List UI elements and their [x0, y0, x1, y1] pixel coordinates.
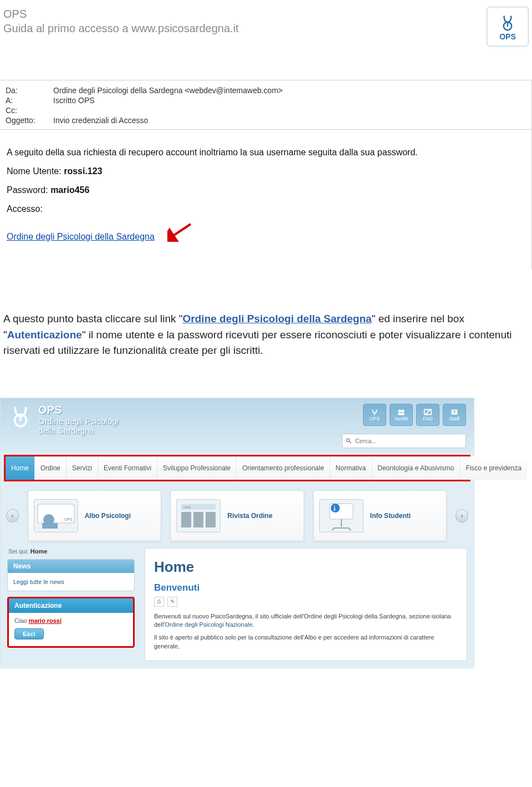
auth-head: Autenticazione: [9, 598, 133, 613]
card-info-label: Info Studenti: [370, 512, 411, 520]
site-header: OPS Ordine degli Psicologi della Sardegn…: [1, 398, 474, 453]
email-from-value: Ordine degli Psicologi della Sardegna <w…: [53, 86, 283, 95]
welcome-nation-link[interactable]: Ordine degli Psicologi Nazionale: [165, 621, 252, 628]
search-input[interactable]: [354, 437, 462, 445]
card-albo-thumb: OPS: [34, 499, 78, 532]
logout-button[interactable]: Esci: [14, 628, 44, 639]
quick-cards: ‹ OPS Albo Psicologi: [1, 484, 474, 548]
email-cc-label: Cc:: [6, 106, 49, 115]
cards-prev-button[interactable]: ‹: [6, 509, 19, 522]
svg-line-1: [171, 224, 191, 237]
svg-text:OPS: OPS: [183, 506, 191, 509]
email-to-label: A:: [6, 96, 49, 105]
email-subject-value: Invio credenziali di Accesso: [53, 116, 148, 125]
nav-deontologia[interactable]: Deontologia e Abusivismo: [372, 456, 460, 480]
svg-rect-17: [193, 512, 203, 527]
nav-sviluppo[interactable]: Sviluppo Professionale: [157, 456, 237, 480]
page-number: Pagina 6: [3, 785, 529, 787]
print-icon[interactable]: ⎙: [154, 597, 164, 607]
site-title-sub2: della Sardegna: [38, 426, 119, 435]
doc-title-line2: Guida al primo accesso a www.psicosardeg…: [3, 21, 239, 35]
site-title-top: OPS: [38, 404, 119, 417]
welcome-heading: Benvenuti: [154, 582, 458, 593]
edit-icon[interactable]: ✎: [167, 597, 177, 607]
main-nav: Home Ordine Servizi Eventi Formativi Svi…: [4, 455, 470, 481]
red-arrow-icon: [167, 222, 194, 242]
shortcut-fad[interactable]: FAD: [416, 404, 439, 426]
card-rivista-label: Rivista Ordine: [227, 512, 272, 520]
nav-normativa[interactable]: Normativa: [330, 456, 372, 480]
welcome-text-1c: .: [253, 621, 254, 628]
nav-orientamento[interactable]: Orientamento professionale: [237, 456, 330, 480]
svg-point-4: [401, 409, 404, 412]
card-info[interactable]: i Info Studenti: [313, 490, 447, 541]
nav-eventi[interactable]: Eventi Formativi: [98, 456, 157, 480]
email-from-label: Da:: [6, 86, 49, 95]
card-rivista-thumb: OPS: [176, 499, 221, 532]
auth-box: Autenticazione Ciao mario rossi Esci: [7, 597, 135, 648]
instruction-paragraph: A questo punto basta cliccare sul link "…: [3, 311, 529, 359]
svg-rect-5: [398, 413, 405, 415]
instr-link: Ordine degli Psicologi della Sardegna: [183, 313, 372, 324]
svg-point-3: [398, 409, 401, 412]
email-password-value: mario456: [50, 185, 89, 195]
svg-rect-16: [181, 512, 191, 527]
card-info-thumb: i: [319, 499, 364, 532]
site-title: OPS Ordine degli Psicologi della Sardegn…: [38, 404, 119, 436]
document-title: OPS Guida al primo accesso a www.psicosa…: [3, 7, 239, 35]
svg-text:OPS: OPS: [64, 517, 73, 521]
doc-title-line1: OPS: [3, 7, 239, 21]
content-tools: ⎙ ✎: [154, 597, 458, 607]
instr-1a: A questo punto basta cliccare sul link ": [3, 313, 183, 324]
search-icon: [346, 438, 352, 444]
ops-logo: OPS: [487, 7, 529, 47]
main-content: Home Benvenuti ⎙ ✎ Benvenuti sul nuovo P…: [145, 548, 467, 662]
shortcut-ops[interactable]: OPS: [363, 404, 386, 426]
nav-servizi[interactable]: Servizi: [66, 456, 98, 480]
news-box: News Leggi tutte le news: [7, 559, 135, 591]
site-title-sub1: Ordine degli Psicologi: [38, 417, 119, 426]
email-username-value: rossi.123: [64, 166, 102, 176]
card-albo[interactable]: OPS Albo Psicologi: [28, 490, 162, 541]
document-header: OPS Guida al primo accesso a www.psicosa…: [3, 7, 529, 47]
email-username-label: Nome Utente:: [7, 166, 64, 176]
email-access-label: Accesso:: [7, 204, 525, 214]
email-body: A seguito della sua richiesta di recuper…: [0, 130, 531, 270]
page-heading: Home: [154, 558, 458, 576]
nav-ordine[interactable]: Ordine: [35, 456, 66, 480]
cards-next-button[interactable]: ›: [456, 509, 468, 522]
nav-home[interactable]: Home: [6, 456, 35, 480]
svg-point-9: [346, 438, 349, 441]
instr-auth: Autenticazione: [7, 329, 82, 341]
news-head: News: [8, 560, 134, 573]
card-rivista[interactable]: OPS Rivista Ordine: [170, 490, 304, 541]
email-access-link[interactable]: Ordine degli Psicologi della Sardegna: [7, 232, 155, 241]
svg-line-25: [332, 528, 334, 530]
email-subject-label: Oggetto:: [6, 116, 49, 125]
psi-icon: [497, 12, 519, 31]
email-password-label: Password:: [7, 185, 50, 195]
ops-logo-text: OPS: [499, 32, 516, 41]
svg-rect-13: [42, 523, 58, 529]
nav-fisco[interactable]: Fisco e previdenza: [460, 456, 527, 480]
news-all-link[interactable]: Leggi tutte le news: [13, 578, 64, 585]
email-to-value: Iscritto OPS: [53, 96, 95, 105]
auth-greeting: Ciao: [14, 617, 29, 624]
breadcrumb: Sei qui: Home: [8, 548, 135, 555]
svg-point-8: [453, 410, 456, 413]
auth-username: mario rossi: [29, 617, 62, 624]
site-psi-icon: [8, 404, 33, 428]
svg-rect-18: [206, 512, 216, 527]
email-intro: A seguito della sua richiesta di recuper…: [7, 148, 525, 158]
shortcut-staff[interactable]: Staff: [443, 404, 466, 426]
search-box[interactable]: [342, 434, 466, 448]
shortcut-iscritti[interactable]: Iscritti: [390, 404, 413, 426]
svg-line-26: [349, 528, 351, 530]
email-screenshot: Da: Ordine degli Psicologi della Sardegn…: [0, 80, 532, 270]
email-headers: Da: Ordine degli Psicologi della Sardegn…: [0, 80, 531, 130]
svg-line-10: [349, 441, 351, 443]
welcome-text-2: Il sito è aperto al pubblico solo per la…: [154, 633, 458, 651]
card-albo-label: Albo Psicologi: [85, 512, 131, 520]
website-screenshot: OPS Ordine degli Psicologi della Sardegn…: [0, 398, 474, 669]
top-shortcuts: OPS Iscritti FAD Staff: [363, 404, 466, 426]
